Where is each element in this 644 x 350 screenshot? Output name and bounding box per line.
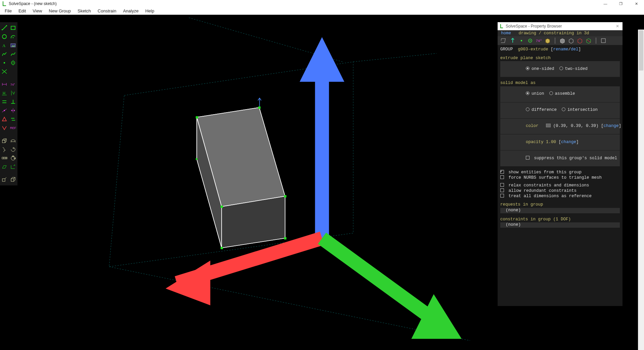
svg-marker-66 [2, 166, 6, 168]
menu-help[interactable]: Help [142, 8, 158, 14]
titlebar: SolveSpace - (new sketch) — ❐ ✕ [0, 0, 644, 7]
group-name: g003-extrude [518, 47, 548, 52]
arc-tool[interactable] [9, 32, 17, 41]
step-translate-tool[interactable] [0, 154, 9, 163]
menu-file[interactable]: File [1, 8, 15, 14]
bezier-tool[interactable] [9, 50, 17, 58]
menu-sketch[interactable]: Sketch [74, 8, 94, 14]
point-tool[interactable] [0, 58, 9, 67]
image-tool[interactable] [9, 41, 17, 50]
color-change-link[interactable]: change [604, 124, 619, 128]
scrollbar[interactable] [638, 30, 644, 350]
perpendicular-constraint[interactable] [9, 97, 17, 106]
mesh-icon[interactable] [586, 38, 592, 44]
relax-check[interactable] [500, 183, 504, 187]
app-logo-icon [2, 1, 7, 6]
text-tool[interactable]: A [0, 41, 9, 50]
maximize-button[interactable]: ❐ [613, 0, 629, 7]
home-link[interactable]: home [501, 31, 511, 36]
two-sided-radio[interactable] [559, 67, 563, 70]
opacity-change-link[interactable]: change [561, 140, 576, 144]
redundant-check[interactable] [500, 188, 504, 192]
svg-marker-85 [569, 39, 573, 43]
svg-text:H: H [3, 91, 5, 95]
same-orientation-constraint[interactable] [9, 115, 17, 124]
nearest-iso-tool[interactable] [9, 175, 17, 184]
svg-line-56 [5, 141, 6, 143]
one-sided-radio[interactable] [526, 67, 530, 70]
svg-rect-69 [2, 179, 5, 181]
constraints-icon[interactable]: 74° [536, 38, 542, 44]
angle-constraint[interactable]: 74° [9, 80, 17, 89]
menu-view[interactable]: View [29, 8, 45, 14]
line-tool[interactable] [0, 24, 9, 32]
svg-text:V: V [12, 91, 15, 95]
treat-ref-check[interactable] [500, 194, 504, 198]
minimize-button[interactable]: — [598, 0, 613, 7]
svg-rect-21 [11, 26, 15, 30]
difference-radio[interactable] [526, 107, 530, 111]
points-icon[interactable] [518, 38, 524, 44]
tangent-arc-tool[interactable] [0, 50, 9, 58]
menu-new-group[interactable]: New Group [45, 8, 74, 14]
menu-constrain[interactable]: Constrain [94, 8, 120, 14]
faces-icon[interactable] [545, 38, 551, 44]
parallel-constraint[interactable] [0, 97, 9, 106]
sketch-in-3d-tool[interactable] [0, 163, 9, 171]
outlines-icon[interactable] [577, 38, 583, 44]
vertical-constraint[interactable]: V [9, 89, 17, 97]
close-icon[interactable]: ✕ [612, 24, 623, 29]
svg-rect-71 [11, 179, 14, 181]
reference-tool[interactable]: REF [9, 124, 17, 132]
lathe-tool[interactable] [9, 136, 17, 145]
menu-analyze[interactable]: Analyze [120, 8, 142, 14]
circle-tool[interactable] [0, 32, 9, 41]
property-browser-titlebar[interactable]: SolveSpace - Property Browser ✕ [498, 22, 623, 30]
color-label: color [526, 124, 539, 128]
shaded-icon[interactable] [559, 38, 565, 44]
breadcrumb: home drawing / constraining in 3d [498, 30, 623, 36]
rename-link[interactable]: rename [553, 47, 568, 52]
split-curve-tool[interactable] [0, 67, 9, 76]
assemble-radio[interactable] [549, 91, 553, 95]
symmetric-constraint[interactable] [9, 106, 17, 115]
menu-edit[interactable]: Edit [15, 8, 29, 14]
force-nurbs-check[interactable] [500, 175, 504, 179]
normals-icon[interactable] [510, 38, 516, 44]
other-constraint[interactable] [0, 124, 9, 132]
show-entities-check[interactable] [500, 170, 504, 174]
horizontal-constraint[interactable]: H [0, 89, 9, 97]
color-swatch[interactable] [546, 124, 551, 127]
property-toolbar: 74° [498, 36, 623, 45]
distance-constraint[interactable] [0, 80, 9, 89]
point-on-constraint[interactable] [0, 106, 9, 115]
svg-rect-89 [601, 39, 605, 43]
revolve-tool[interactable] [9, 145, 17, 154]
helix-tool[interactable] [0, 145, 9, 154]
rectangle-tool[interactable] [9, 24, 17, 32]
workspace: A74°HVREF SolveSpace - Property Browser … [0, 15, 644, 350]
constraints-label: constraints in group (1 DOF) [500, 217, 620, 222]
svg-text:74°: 74° [10, 83, 15, 86]
close-button[interactable]: ✕ [629, 0, 644, 7]
extrude-tool[interactable] [0, 136, 9, 145]
intersection-radio[interactable] [562, 107, 565, 111]
suppress-check[interactable] [526, 156, 530, 160]
equal-constraint[interactable] [0, 115, 9, 124]
construction-tool[interactable] [9, 58, 17, 67]
property-browser[interactable]: SolveSpace - Property Browser ✕ home dra… [498, 22, 623, 306]
scrollbar-thumb[interactable] [639, 30, 643, 71]
edges-icon[interactable] [568, 38, 574, 44]
step-rotate-tool[interactable] [9, 154, 17, 163]
sketch-flat-tool[interactable] [9, 163, 17, 171]
svg-line-70 [5, 177, 6, 179]
nearest-ortho-tool[interactable] [0, 175, 9, 184]
construction-icon[interactable] [527, 38, 533, 44]
svg-rect-79 [521, 40, 522, 41]
constraints-none: (none) [500, 222, 620, 228]
workplane-icon[interactable] [501, 38, 507, 44]
hidden-lines-icon[interactable] [600, 38, 606, 44]
union-radio[interactable] [526, 91, 530, 95]
del-link[interactable]: del [571, 47, 579, 52]
menubar: FileEditViewNew GroupSketchConstrainAnal… [0, 7, 644, 15]
